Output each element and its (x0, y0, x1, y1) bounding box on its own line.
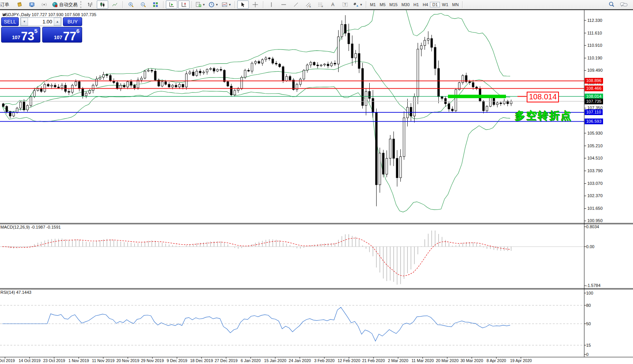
timeframe-m15[interactable]: M15 (387, 2, 399, 7)
period-button[interactable]: ▼ (207, 0, 220, 9)
chat-button[interactable] (618, 0, 630, 9)
turning-point-note[interactable]: 多空转折点 (515, 109, 572, 123)
sell-price-button[interactable]: 107 73 5 (1, 27, 40, 43)
new-chart-button[interactable]: ▼ (194, 0, 207, 9)
arrows-button[interactable]: ▼ (352, 0, 364, 9)
timeframe-m1[interactable]: M1 (368, 2, 378, 7)
toolbar-separator (366, 1, 367, 8)
timeframe-mn[interactable]: MN (450, 2, 461, 7)
candlestick-chart-button[interactable] (97, 0, 108, 9)
price-tick: 105.210 (587, 143, 603, 148)
price-tick: 104.510 (587, 156, 603, 161)
line-chart-button[interactable] (109, 0, 121, 9)
trendline-button[interactable] (290, 0, 302, 9)
svg-text:F: F (322, 5, 323, 8)
arrow-down-icon: ▼ (23, 20, 26, 23)
volume-increase-button[interactable]: ▲ (54, 18, 61, 26)
timeframe-h1[interactable]: H1 (412, 2, 421, 7)
fibonacci-button[interactable]: F (315, 0, 326, 9)
date-label: 1 Nov 2019 (68, 358, 89, 363)
date-label: 29 Nov 2019 (141, 358, 164, 363)
chevron-down-icon: ▼ (215, 3, 218, 7)
toolbar-separator (122, 1, 123, 8)
price-annotation-label[interactable]: 108.014 (527, 92, 559, 102)
fibonacci-icon: F (317, 2, 324, 8)
sell-price-pips: 73 (21, 31, 34, 41)
date-label: 6 Jan 2020 (241, 358, 261, 363)
zoom-out-button[interactable] (137, 0, 149, 9)
date-label: 14 Oct 2019 (18, 358, 40, 363)
rsi-tick: 50 (586, 321, 591, 326)
chart-canvas[interactable] (0, 10, 633, 364)
price-tick: 101.650 (587, 206, 603, 211)
bar-chart-icon (87, 2, 93, 8)
date-label: 27 Dec 2019 (215, 358, 238, 363)
date-label: 11 Mar 2020 (412, 358, 434, 363)
price-line-badge: 107.735 (585, 99, 603, 104)
bar-chart-button[interactable] (84, 0, 96, 9)
market-watch-button[interactable] (14, 0, 25, 9)
auto-trading-button[interactable]: 自动交易 (51, 0, 79, 9)
clock-icon (208, 2, 215, 8)
sell-button[interactable]: SELL (1, 17, 19, 26)
timeframe-m5[interactable]: M5 (378, 2, 387, 7)
timeframe-h4[interactable]: H4 (421, 2, 430, 7)
text-button[interactable]: A (327, 0, 339, 9)
svg-text:A: A (331, 2, 334, 7)
price-line-badge: 108.896 (585, 78, 603, 84)
date-label: 20 Mar 2020 (436, 358, 459, 363)
buy-button[interactable]: BUY (63, 17, 82, 26)
buy-price-pips: 77 (63, 31, 76, 41)
date-label: 3 Oct 2019 (0, 358, 15, 363)
template-button[interactable]: ▼ (220, 0, 233, 9)
price-tick: 100.950 (587, 218, 603, 223)
horizontal-line-icon (281, 2, 287, 8)
chart-shift-button[interactable] (178, 0, 190, 9)
search-icon (608, 1, 615, 8)
search-button[interactable] (606, 0, 617, 9)
svg-text:T: T (344, 3, 346, 7)
cursor-button[interactable] (237, 0, 249, 9)
chevron-down-icon: ▼ (202, 3, 205, 7)
profile-icon (29, 2, 35, 8)
new-order-button[interactable]: 新订单 (1, 2, 13, 8)
volume-decrease-button[interactable]: ▼ (21, 18, 28, 26)
text-label-button[interactable]: T (339, 0, 351, 9)
auto-scroll-icon (169, 2, 175, 8)
timeframe-w1[interactable]: W1 (440, 2, 450, 7)
tile-windows-icon (152, 2, 159, 8)
price-line-badge: 108.466 (585, 86, 603, 91)
horizontal-line-button[interactable] (278, 0, 289, 9)
zoom-in-icon (128, 2, 134, 8)
date-label: 8 Apr 2020 (487, 358, 506, 363)
date-label: 18 Dec 2019 (190, 358, 213, 363)
arrows-icon (353, 2, 359, 8)
toolbar-separator (163, 1, 164, 8)
signals-button[interactable] (38, 0, 50, 9)
auto-scroll-button[interactable] (166, 0, 177, 9)
price-tick: 103.070 (587, 181, 603, 186)
accounts-button[interactable] (26, 0, 38, 9)
timeframe-m30[interactable]: M30 (400, 2, 412, 7)
volume-input[interactable] (28, 18, 54, 26)
price-tick: 102.370 (587, 193, 603, 198)
new-chart-icon (195, 2, 202, 8)
date-label: 9 Dec 2019 (167, 358, 187, 363)
line-chart-icon (112, 2, 118, 8)
toolbar-separator (462, 1, 463, 8)
date-label: 11 Nov 2019 (92, 358, 115, 363)
macd-label: MACD(12,26,9) -0.1987 -0.1591 (0, 225, 61, 229)
sell-price-main: 107 (12, 35, 20, 40)
rsi-tick: 15 (586, 343, 591, 348)
channel-button[interactable]: E (302, 0, 314, 9)
tile-windows-button[interactable] (150, 0, 161, 9)
rsi-tick: 0 (586, 352, 588, 357)
buy-price-button[interactable]: 107 77 6 (42, 27, 82, 43)
timeframe-d1[interactable]: D1 (430, 2, 440, 7)
toolbar-separator (235, 1, 235, 8)
crosshair-button[interactable] (250, 0, 261, 9)
chevron-down-icon: ▼ (228, 3, 231, 7)
text-label-icon: T (342, 2, 348, 8)
zoom-in-button[interactable] (125, 0, 137, 9)
vertical-line-button[interactable] (266, 0, 277, 9)
